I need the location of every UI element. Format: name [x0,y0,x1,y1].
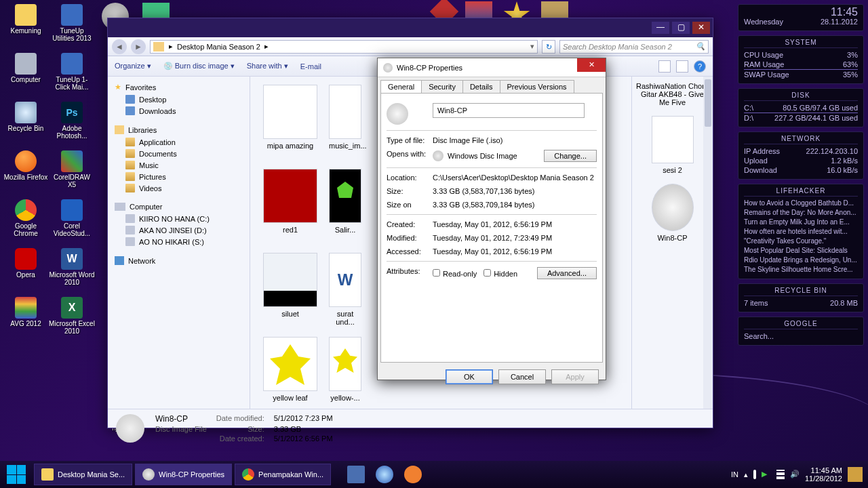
tab-general[interactable]: General [380,80,422,93]
tree-item[interactable]: Music [111,159,247,171]
help-button[interactable]: ? [694,60,706,73]
desktop-icon[interactable]: WMicrosoft Word 2010 [49,247,95,296]
refresh-button[interactable]: ↻ [542,40,555,54]
language-indicator[interactable]: IN [731,470,738,479]
scrollbar[interactable] [703,77,713,409]
breadcrumb[interactable]: ▸ Desktop Mania Season 2 ▸ ▾ [150,40,538,54]
tree-item[interactable]: AO NO HIKARI (S:) [111,236,247,247]
headline[interactable]: Turn an Empty Milk Jug Into an E... [744,218,858,227]
desktop-icon[interactable]: PsAdobe Photosh... [49,100,95,149]
preview-pane-toggle[interactable] [676,60,688,73]
burn-disc-button[interactable]: 💿 Burn disc image ▾ [163,62,235,70]
file-item[interactable]: siluet [254,250,326,334]
apply-button[interactable]: Apply [551,369,599,384]
favorites-header[interactable]: ★Favorites [111,81,247,94]
close-button[interactable]: ✕ [692,22,710,34]
file-item[interactable]: RashiwaNation Chord Gitar AKB48 - Give M… [635,82,710,106]
desktop-icon-grid: Kemuning TuneUp Utilities 2013 Computer … [3,3,111,344]
tab-previous-versions[interactable]: Previous Versions [500,80,574,93]
tab-details[interactable]: Details [462,80,500,93]
file-item[interactable]: sesi 2 [635,116,710,174]
tab-security[interactable]: Security [421,80,463,93]
taskbar-pinned[interactable] [372,464,397,485]
share-with-menu[interactable]: Share with ▾ [247,62,288,70]
properties-titlebar[interactable]: Win8-CP Properties ✕ [378,58,606,77]
taskbar-pinned[interactable] [343,464,369,485]
tray-clock[interactable]: 11:45 AM11/28/2012 [805,466,842,483]
desktop-icon[interactable]: Google Chrome [3,198,49,247]
taskbar-button[interactable]: Desktop Mania Se... [34,464,132,485]
headline[interactable]: Remains of the Day: No More Anon... [744,208,858,218]
advanced-button[interactable]: Advanced... [537,267,597,279]
tray-icon[interactable] [753,470,756,479]
file-item[interactable]: Win8-CP [635,184,710,242]
close-button[interactable]: ✕ [577,58,606,72]
desktop-icon[interactable]: Opera [3,247,49,296]
file-item[interactable]: yellow leaf [254,334,326,409]
tree-item[interactable]: KIIRO NO HANA (C:) [111,213,247,224]
desktop-icon[interactable]: AVG 2012 [3,296,49,344]
tray-thumbnail[interactable] [848,467,863,482]
desktop-icon[interactable]: TuneUp Utilities 2013 [49,3,95,52]
taskbar-pinned[interactable] [400,464,426,485]
lifehacker-gadget: LIFEHACKER How to Avoid a Clogged Bathtu… [738,184,864,279]
desktop-icon[interactable]: TuneUp 1-Click Mai... [49,52,95,100]
headline[interactable]: How often are hotels infested wit... [744,227,858,237]
google-gadget: GOOGLE Search... [738,317,864,346]
volume-icon[interactable]: 🔊 [790,470,800,479]
view-menu[interactable] [658,60,671,73]
file-item[interactable]: Salir... [326,166,364,250]
desktop-icon-recycle-bin[interactable]: Recycle Bin [3,100,49,149]
tree-item[interactable]: Pictures [111,171,247,182]
minimize-button[interactable]: — [652,22,669,34]
desktop-icon[interactable]: Mozilla Firefox [3,149,49,198]
desktop-icon[interactable]: Corel VideoStud... [49,198,95,247]
headline[interactable]: "Creativity Takes Courage." [744,237,858,246]
tree-item[interactable]: Documents [111,148,247,159]
change-button[interactable]: Change... [544,150,597,162]
desktop-icon[interactable]: Computer [3,52,49,100]
explorer-nav-bar: ◄ ► ▸ Desktop Mania Season 2 ▸ ▾ ↻ Searc… [108,37,713,56]
cancel-button[interactable]: Cancel [498,369,546,384]
file-item[interactable]: Wsurat und... [326,250,364,334]
desktop-icon[interactable]: CorelDRAW X5 [49,149,95,198]
maximize-button[interactable]: ▢ [672,22,690,34]
hidden-checkbox[interactable]: Hidden [484,269,517,278]
tray-up-icon[interactable]: ▴ [744,470,748,479]
readonly-checkbox[interactable]: Read-only [433,269,477,278]
tree-item[interactable]: Downloads [111,105,247,117]
search-input[interactable]: Search Desktop Mania Season 2🔍 [559,40,709,54]
start-button[interactable] [0,461,33,488]
taskbar-button[interactable]: Win8-CP Properties [135,464,232,485]
network-icon[interactable] [776,470,785,479]
headline[interactable]: Rdio Update Brings a Redesign, Un... [744,256,858,265]
back-button[interactable]: ◄ [112,39,127,54]
file-item[interactable]: mipa amazing [254,82,326,166]
filename-input[interactable] [433,103,585,118]
tree-item[interactable]: Desktop [111,94,247,105]
taskbar-button[interactable]: Penampakan Win... [235,464,331,485]
tray-icon[interactable]: ▶ [762,470,771,479]
tree-item[interactable]: Videos [111,182,247,194]
network-header[interactable]: Network [111,254,247,267]
file-item[interactable]: yellow-... [326,334,364,409]
email-button[interactable]: E-mail [300,62,321,70]
desktop-icon[interactable]: XMicrosoft Excel 2010 [49,296,95,344]
disc-icon [383,63,393,73]
libraries-header[interactable]: Libraries [111,123,247,136]
headline[interactable]: Most Popular Deal Site: Slickdeals [744,246,858,256]
file-item[interactable]: red1 [254,166,326,250]
tree-item[interactable]: AKA NO JINSEI (D:) [111,224,247,236]
ok-button[interactable]: OK [446,369,493,384]
computer-header[interactable]: Computer [111,201,247,213]
organize-menu[interactable]: Organize ▾ [115,62,151,70]
tree-item[interactable]: Application [111,136,247,148]
explorer-titlebar[interactable]: — ▢ ✕ [108,18,713,37]
recyclebin-gadget: RECYCLE BIN 7 items20.8 MB [738,283,864,312]
desktop-icon[interactable]: Kemuning [3,3,49,52]
google-search-placeholder[interactable]: Search... [744,331,774,341]
headline[interactable]: The Skyline Silhouette Home Scre... [744,265,858,274]
headline[interactable]: How to Avoid a Clogged Bathtub D... [744,199,858,208]
forward-button[interactable]: ► [131,39,146,54]
file-item[interactable]: music_im... [326,82,364,166]
